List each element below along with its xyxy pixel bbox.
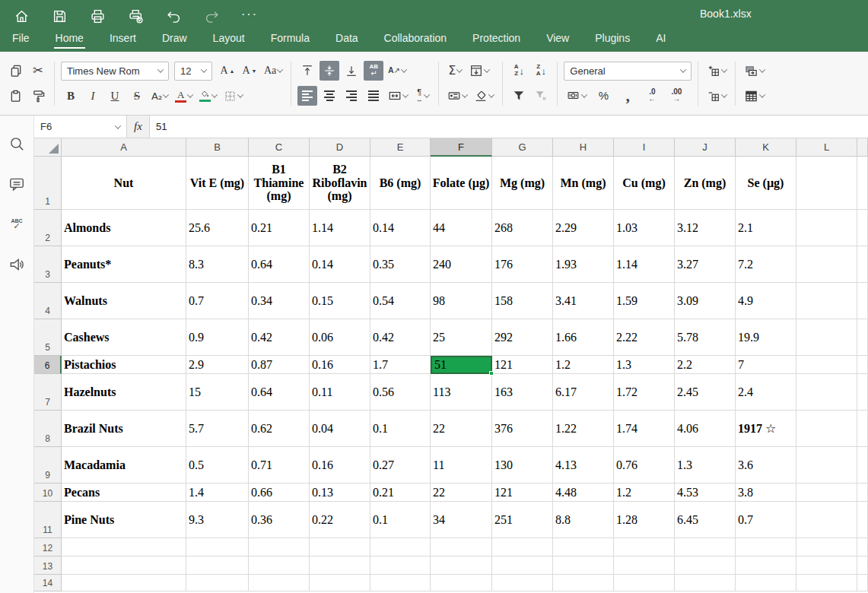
cell-G2[interactable]: 268 bbox=[492, 210, 553, 246]
cell-C1[interactable]: B1 Thiamine (mg) bbox=[249, 157, 310, 210]
strikethrough-button[interactable]: S bbox=[127, 86, 147, 106]
cell-E12[interactable] bbox=[370, 538, 431, 557]
cell-C4[interactable]: 0.34 bbox=[249, 283, 310, 319]
decrease-decimal-button[interactable]: .0← bbox=[642, 86, 662, 106]
font-size-select[interactable]: 12 bbox=[174, 62, 212, 81]
cell-L2[interactable] bbox=[796, 210, 857, 246]
cell-style-button[interactable] bbox=[742, 61, 767, 81]
cell-K9[interactable]: 3.6 bbox=[736, 447, 796, 484]
cell-A4[interactable]: Walnuts bbox=[62, 283, 186, 319]
align-middle-button[interactable] bbox=[320, 61, 339, 81]
quick-print-button[interactable] bbox=[126, 8, 145, 26]
cell-A2[interactable]: Almonds bbox=[62, 210, 186, 246]
cell-partial2[interactable] bbox=[857, 210, 868, 246]
cell-I12[interactable] bbox=[614, 538, 675, 557]
cell-J7[interactable]: 2.45 bbox=[675, 374, 736, 411]
clear-button[interactable] bbox=[472, 86, 496, 106]
justify-button[interactable] bbox=[364, 86, 383, 106]
cell-L14[interactable] bbox=[796, 575, 857, 591]
cell-I8[interactable]: 1.74 bbox=[614, 411, 675, 447]
menu-tab-view[interactable]: View bbox=[545, 29, 571, 50]
row-header-5[interactable]: 5 bbox=[34, 319, 62, 356]
cell-D2[interactable]: 1.14 bbox=[310, 210, 370, 246]
cell-F7[interactable]: 113 bbox=[431, 374, 492, 411]
cell-H2[interactable]: 2.29 bbox=[553, 210, 614, 246]
insert-cells-button[interactable] bbox=[704, 61, 729, 81]
cell-I4[interactable]: 1.59 bbox=[614, 283, 675, 319]
fill-color-button[interactable] bbox=[197, 86, 219, 106]
cell-E8[interactable]: 0.1 bbox=[370, 411, 431, 447]
row-header-10[interactable]: 10 bbox=[34, 484, 62, 502]
cell-G9[interactable]: 130 bbox=[492, 447, 553, 484]
named-ranges-button[interactable] bbox=[445, 86, 469, 106]
percent-style-button[interactable]: % bbox=[593, 86, 613, 106]
cell-partial7[interactable] bbox=[857, 374, 868, 411]
clear-filter-button[interactable] bbox=[531, 86, 551, 106]
cell-L11[interactable] bbox=[796, 502, 857, 538]
borders-button[interactable] bbox=[221, 86, 245, 106]
font-color-button[interactable]: A bbox=[173, 86, 195, 106]
copy-button[interactable] bbox=[6, 61, 26, 81]
delete-cells-button[interactable] bbox=[704, 86, 729, 106]
cell-H11[interactable]: 8.8 bbox=[553, 502, 614, 538]
cell-F2[interactable]: 44 bbox=[431, 210, 492, 246]
cell-I2[interactable]: 1.03 bbox=[614, 210, 675, 246]
cell-C14[interactable] bbox=[249, 575, 310, 591]
customize-quick-access-button[interactable]: ··· bbox=[240, 8, 259, 26]
accounting-style-button[interactable] bbox=[564, 86, 589, 106]
font-name-select[interactable]: Times New Rom bbox=[61, 62, 169, 81]
cell-H5[interactable]: 1.66 bbox=[553, 319, 614, 356]
menu-tab-formula[interactable]: Formula bbox=[269, 29, 311, 50]
cell-F6[interactable]: 51 bbox=[431, 356, 492, 374]
cell-L13[interactable] bbox=[796, 557, 857, 575]
cell-B5[interactable]: 0.9 bbox=[186, 319, 249, 356]
cell-J13[interactable] bbox=[675, 557, 736, 575]
cell-A13[interactable] bbox=[62, 557, 186, 575]
cell-K4[interactable]: 4.9 bbox=[736, 283, 796, 319]
align-top-button[interactable] bbox=[297, 61, 317, 81]
cell-G13[interactable] bbox=[492, 557, 553, 575]
column-header-D[interactable]: D bbox=[310, 138, 370, 157]
change-case-button[interactable]: Aa bbox=[262, 61, 285, 81]
column-header-partial[interactable] bbox=[857, 138, 868, 157]
cell-G12[interactable] bbox=[492, 538, 553, 557]
cell-E6[interactable]: 1.7 bbox=[370, 356, 431, 374]
cell-L8[interactable] bbox=[796, 411, 857, 447]
cell-E1[interactable]: B6 (mg) bbox=[370, 157, 431, 210]
cell-F10[interactable]: 22 bbox=[431, 484, 492, 502]
cell-G7[interactable]: 163 bbox=[492, 374, 553, 411]
paste-button[interactable] bbox=[6, 86, 26, 106]
cell-L4[interactable] bbox=[796, 283, 857, 319]
cell-partial14[interactable] bbox=[857, 575, 868, 591]
cell-G3[interactable]: 176 bbox=[492, 246, 553, 283]
cell-C8[interactable]: 0.62 bbox=[249, 411, 310, 447]
cell-L6[interactable] bbox=[796, 356, 857, 374]
cell-J1[interactable]: Zn (mg) bbox=[675, 157, 736, 210]
cell-C13[interactable] bbox=[249, 557, 310, 575]
cell-B8[interactable]: 5.7 bbox=[186, 411, 249, 447]
cell-H4[interactable]: 3.41 bbox=[553, 283, 614, 319]
cell-K1[interactable]: Se (µg) bbox=[736, 157, 796, 210]
cell-E10[interactable]: 0.21 bbox=[370, 484, 431, 502]
cell-D8[interactable]: 0.04 bbox=[310, 411, 370, 447]
cell-I14[interactable] bbox=[614, 575, 675, 591]
cell-B2[interactable]: 25.6 bbox=[186, 210, 249, 246]
cell-A6[interactable]: Pistachios bbox=[62, 356, 186, 374]
cell-D4[interactable]: 0.15 bbox=[310, 283, 370, 319]
cell-partial11[interactable] bbox=[857, 502, 868, 538]
cell-partial13[interactable] bbox=[857, 557, 868, 575]
cell-E9[interactable]: 0.27 bbox=[370, 447, 431, 484]
menu-tab-data[interactable]: Data bbox=[334, 29, 360, 50]
cell-C10[interactable]: 0.66 bbox=[249, 484, 310, 502]
cell-D1[interactable]: B2 Riboflavin (mg) bbox=[310, 157, 370, 210]
cell-E2[interactable]: 0.14 bbox=[370, 210, 431, 246]
row-header-1[interactable]: 1 bbox=[34, 157, 62, 210]
fill-handle[interactable] bbox=[489, 371, 494, 376]
comma-style-button[interactable]: , bbox=[618, 86, 637, 106]
menu-tab-ai[interactable]: AI bbox=[654, 29, 667, 50]
cell-C11[interactable]: 0.36 bbox=[249, 502, 310, 538]
home-button[interactable] bbox=[12, 8, 30, 26]
row-header-6[interactable]: 6 bbox=[34, 356, 62, 374]
column-header-C[interactable]: C bbox=[249, 138, 310, 157]
cell-F4[interactable]: 98 bbox=[431, 283, 492, 319]
